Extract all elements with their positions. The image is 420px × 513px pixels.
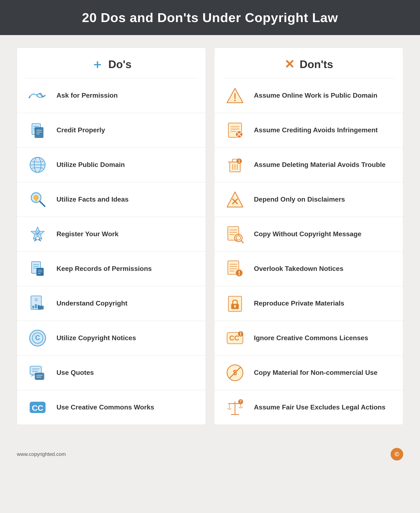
main-content: ＋ Do's <box>0 35 420 437</box>
dos-item-10-label: Use Creative Commons Works <box>56 403 154 412</box>
donts-item-9: $ Copy Material for Non-commercial Use <box>214 356 403 390</box>
donts-item-6-label: Overlook Takedown Notices <box>254 264 343 273</box>
forbidden-document-icon <box>225 120 246 141</box>
svg-text:C: C <box>35 334 40 342</box>
dos-item-9: Use Quotes <box>17 356 206 390</box>
donts-item-4-label: Depend Only on Disclaimers <box>254 195 345 204</box>
dos-item-3: Utilize Public Domain <box>17 148 206 182</box>
quotes-icon <box>27 362 48 383</box>
svg-rect-84 <box>234 306 235 308</box>
donts-item-1: Assume Online Work is Public Domain <box>214 78 403 113</box>
donts-item-10: ? Assume Fair Use Excludes Legal Actions <box>214 390 403 424</box>
donts-item-3: Assume Deleting Material Avoids Trouble <box>214 148 403 182</box>
dos-column: ＋ Do's <box>17 48 206 425</box>
footer-url: www.copyrighted.com <box>17 451 66 457</box>
footer-logo-text: © <box>395 451 399 458</box>
page-header: 20 Dos and Don'ts Under Copyright Law <box>0 0 420 35</box>
disclaimer-warning-icon <box>225 189 246 210</box>
globe-icon <box>27 154 48 175</box>
svg-point-71 <box>236 236 241 240</box>
dos-plus-icon: ＋ <box>91 58 103 70</box>
dos-item-4-label: Utilize Facts and Ideas <box>56 195 128 204</box>
donts-item-1-label: Assume Online Work is Public Domain <box>254 91 377 100</box>
svg-text:CC: CC <box>229 334 239 342</box>
donts-column-header: ✕ Don'ts <box>214 48 403 78</box>
page-title: 20 Dos and Don'ts Under Copyright Law <box>8 10 412 25</box>
dos-item-2: Credit Properly <box>17 113 206 148</box>
no-money-icon: $ <box>225 362 246 383</box>
donts-item-2: Assume Crediting Avoids Infringement <box>214 113 403 148</box>
dos-item-2-label: Credit Properly <box>56 126 105 135</box>
dos-item-8-label: Utilize Copyright Notices <box>56 334 136 342</box>
svg-point-1 <box>37 95 39 97</box>
page-footer: www.copyrighted.com © <box>0 442 420 467</box>
donts-item-8-label: Ignore Creative Commons Licenses <box>254 334 368 342</box>
donts-item-4: Depend Only on Disclaimers <box>214 182 403 217</box>
legal-scale-icon: ? <box>225 397 246 418</box>
creative-commons-icon: CC <box>27 397 48 418</box>
dos-item-1: Ask for Permission <box>17 78 206 113</box>
dos-item-8: C Utilize Copyright Notices <box>17 321 206 356</box>
donts-item-8: CC Ignore Creative Commons Licenses <box>214 321 403 356</box>
dos-item-7-label: Understand Copyright <box>56 299 128 308</box>
donts-item-6: Overlook Takedown Notices <box>214 252 403 286</box>
svg-rect-6 <box>35 127 44 138</box>
donts-x-icon: ✕ <box>284 58 295 70</box>
handshake-icon <box>27 85 48 106</box>
donts-item-3-label: Assume Deleting Material Avoids Trouble <box>254 160 386 169</box>
svg-point-46 <box>234 100 236 101</box>
dos-column-header: ＋ Do's <box>17 48 206 78</box>
donts-item-9-label: Copy Material for Non-commercial Use <box>254 368 378 377</box>
dos-item-7: © Understand Copyright <box>17 286 206 321</box>
svg-rect-32 <box>38 306 44 310</box>
dos-item-3-label: Utilize Public Domain <box>56 160 125 169</box>
svg-point-80 <box>239 274 240 275</box>
donts-item-7: Reproduce Private Materials <box>214 286 403 321</box>
svg-point-18 <box>35 230 41 236</box>
dos-item-6-label: Keep Records of Permissions <box>56 264 152 273</box>
lock-document-icon <box>225 293 246 314</box>
svg-point-62 <box>239 162 240 163</box>
dos-item-1-label: Ask for Permission <box>56 91 118 100</box>
donts-item-7-label: Reproduce Private Materials <box>254 299 344 308</box>
svg-line-14 <box>40 201 45 206</box>
svg-rect-39 <box>35 373 44 380</box>
dos-item-6: Keep Records of Permissions <box>17 252 206 286</box>
donts-column: ✕ Don'ts Assume Online Work is Public Do… <box>214 48 403 425</box>
donts-item-5-label: Copy Without Copyright Message <box>254 230 361 238</box>
records-icon <box>27 258 48 279</box>
donts-item-10-label: Assume Fair Use Excludes Legal Actions <box>254 403 386 412</box>
trash-warning-icon <box>225 154 246 175</box>
alert-document-icon <box>225 258 246 279</box>
dos-item-4: Utilize Facts and Ideas <box>17 182 206 217</box>
magnifier-lightbulb-icon <box>27 189 48 210</box>
svg-text:?: ? <box>240 400 242 403</box>
dos-item-9-label: Use Quotes <box>56 368 94 377</box>
dos-item-5: Register Your Work <box>17 217 206 252</box>
donts-header-label: Don'ts <box>300 58 333 71</box>
warning-triangle-icon <box>225 85 246 106</box>
svg-rect-29 <box>32 306 34 308</box>
svg-text:©: © <box>35 297 38 302</box>
donts-item-5: Copy Without Copyright Message <box>214 217 403 252</box>
dos-header-label: Do's <box>108 58 132 71</box>
svg-marker-63 <box>227 192 243 207</box>
dos-item-5-label: Register Your Work <box>56 230 119 238</box>
svg-rect-30 <box>35 304 37 308</box>
search-document-icon <box>225 224 246 245</box>
footer-logo: © <box>390 448 403 461</box>
copyright-circle-icon: C <box>27 327 48 349</box>
copyright-chart-icon: © <box>27 293 48 314</box>
svg-line-72 <box>241 241 243 243</box>
cc-warning-icon: CC <box>225 327 246 349</box>
donts-item-2-label: Assume Crediting Avoids Infringement <box>254 126 378 135</box>
documents-icon <box>27 120 48 141</box>
award-badge-icon <box>27 224 48 245</box>
svg-text:CC: CC <box>32 404 44 412</box>
svg-point-89 <box>240 335 241 335</box>
dos-item-10: CC Use Creative Commons Works <box>17 390 206 424</box>
